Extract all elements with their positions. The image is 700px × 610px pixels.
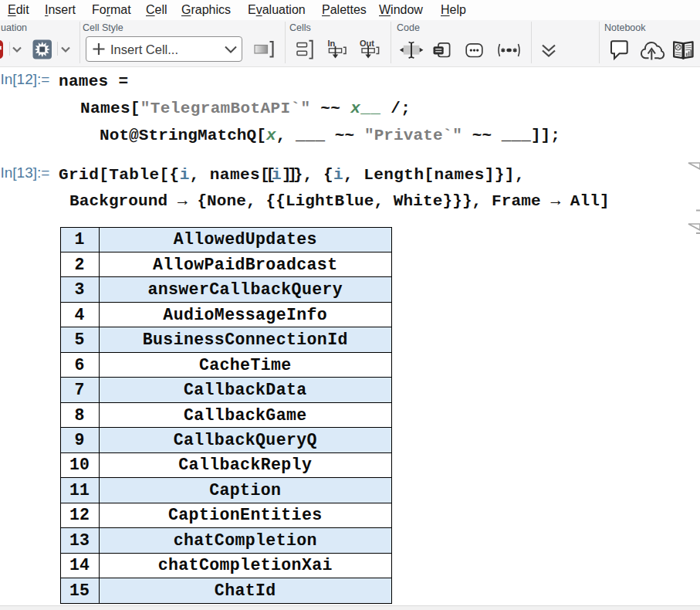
svg-text:Out: Out — [360, 39, 374, 48]
svg-text:In: In — [328, 39, 336, 48]
